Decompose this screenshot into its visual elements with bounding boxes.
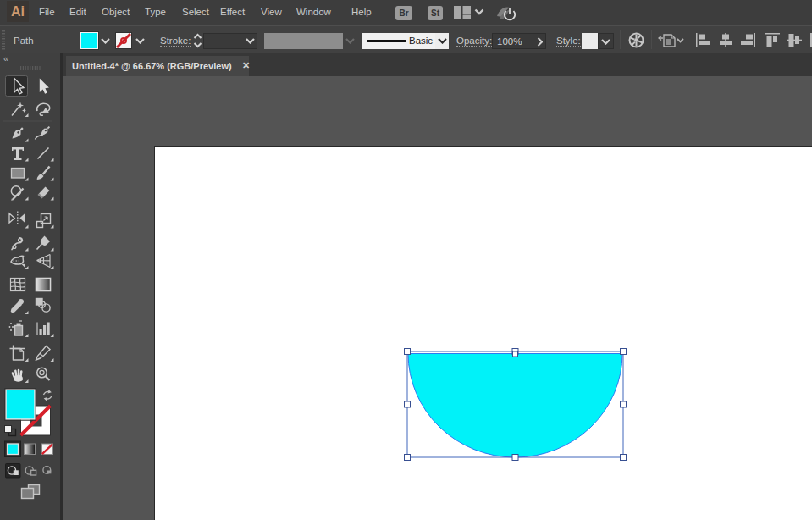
svg-text:«: « [3,53,8,64]
